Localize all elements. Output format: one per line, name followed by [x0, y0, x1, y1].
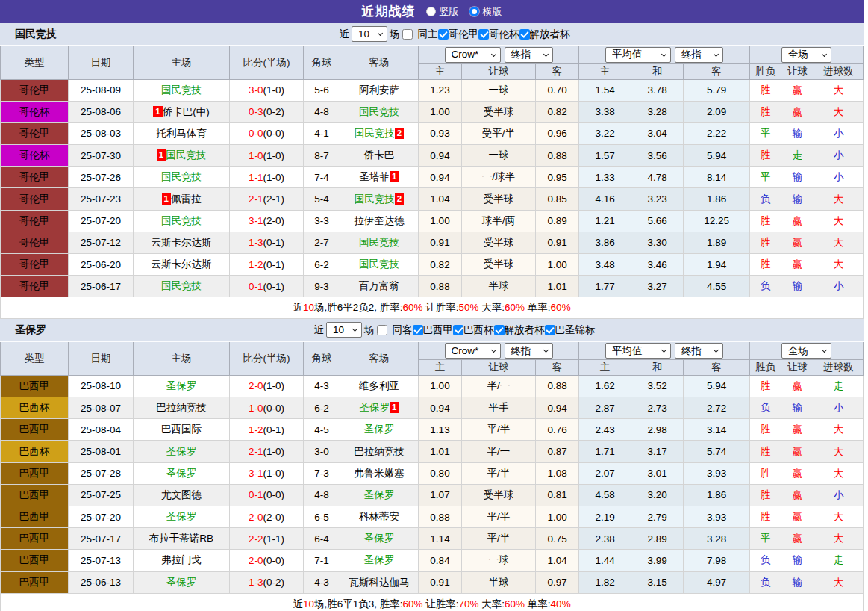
team-name[interactable]: 阿利安萨	[359, 84, 399, 96]
home-team-cell[interactable]: 尤文图德	[134, 484, 230, 506]
away-team-cell[interactable]: 圣保罗	[340, 550, 419, 571]
team-name[interactable]: 国民竞技	[161, 280, 202, 291]
recent-count-select[interactable]: 10	[352, 26, 387, 42]
team-name[interactable]: 科林蒂安	[359, 511, 399, 522]
same-venue-checkbox-item[interactable]: 同主	[402, 28, 438, 41]
team-name[interactable]: 圣保罗	[166, 577, 197, 588]
away-team-cell[interactable]: 国民竞技2	[340, 122, 419, 144]
team-name[interactable]: 佩雷拉	[171, 193, 202, 205]
away-team-cell[interactable]: 瓦斯科达伽马	[340, 571, 419, 593]
home-team-cell[interactable]: 巴拉纳竞技	[134, 397, 230, 419]
away-team-cell[interactable]: 圣保罗	[340, 528, 419, 550]
same-venue-checkbox[interactable]	[402, 29, 413, 40]
home-team-cell[interactable]: 圣保罗	[134, 375, 230, 397]
team-name[interactable]: 弗鲁米嫩塞	[354, 468, 405, 479]
team-name[interactable]: 圣保罗	[364, 489, 395, 500]
same-venue-checkbox[interactable]	[377, 325, 387, 335]
radio-horizontal-icon[interactable]	[469, 7, 479, 16]
team-name[interactable]: 国民竞技	[161, 84, 202, 96]
team-name[interactable]: 圣保罗	[364, 424, 395, 435]
away-team-cell[interactable]: 圣保罗	[340, 484, 419, 506]
layout-radio-horizontal[interactable]: 横版	[469, 5, 502, 19]
league-checkbox-item[interactable]: 巴圣锦标	[545, 323, 596, 337]
away-team-cell[interactable]: 国民竞技	[340, 101, 419, 122]
home-team-cell[interactable]: 托利马体育	[134, 122, 230, 144]
team-name[interactable]: 国民竞技	[359, 237, 399, 248]
layout-radio-vertical[interactable]: 竖版	[426, 5, 459, 19]
away-team-cell[interactable]: 拉伊奎达德	[340, 210, 419, 232]
home-team-cell[interactable]: 国民竞技	[134, 276, 230, 297]
home-team-cell[interactable]: 云斯卡尔达斯	[134, 232, 230, 253]
home-team-cell[interactable]: 1侨卡巴(中)	[134, 101, 230, 122]
league-checkbox[interactable]	[519, 29, 530, 40]
home-team-cell[interactable]: 云斯卡尔达斯	[134, 254, 230, 276]
team-name[interactable]: 巴拉纳竞技	[156, 402, 207, 413]
team-name[interactable]: 百万富翁	[359, 280, 399, 291]
odds-company-select[interactable]: Crow*	[445, 47, 501, 63]
league-checkbox[interactable]	[494, 325, 505, 335]
home-team-cell[interactable]: 国民竞技	[134, 167, 230, 188]
team-name[interactable]: 圣保罗	[364, 554, 395, 565]
team-name[interactable]: 圣保罗	[166, 468, 197, 479]
away-team-cell[interactable]: 科林蒂安	[340, 506, 419, 528]
league-checkbox-item[interactable]: 巴西甲	[413, 323, 454, 337]
home-team-cell[interactable]: 国民竞技	[134, 79, 230, 101]
scope-select[interactable]: 全场	[781, 47, 831, 63]
home-team-cell[interactable]: 巴西国际	[134, 419, 230, 441]
team-name[interactable]: 圣保罗	[364, 533, 395, 544]
league-checkbox[interactable]	[478, 29, 489, 40]
home-team-cell[interactable]: 国民竞技	[134, 210, 230, 232]
team-name[interactable]: 国民竞技	[355, 193, 395, 205]
league-checkbox-item[interactable]: 哥伦甲	[438, 28, 479, 41]
away-team-cell[interactable]: 阿利安萨	[340, 79, 419, 101]
scope-select[interactable]: 全场	[781, 343, 831, 359]
league-checkbox[interactable]	[545, 325, 555, 335]
odds-company-select[interactable]: Crow*	[445, 343, 501, 359]
team-name[interactable]: 云斯卡尔达斯	[152, 237, 212, 248]
radio-vertical-icon[interactable]	[426, 7, 436, 16]
average-stage-select[interactable]: 终指	[675, 343, 723, 359]
away-team-cell[interactable]: 圣塔菲1	[340, 167, 419, 188]
team-name[interactable]: 布拉干蒂诺RB	[149, 533, 213, 544]
same-venue-checkbox-item[interactable]: 同客	[377, 323, 413, 337]
team-name[interactable]: 巴西国际	[161, 424, 202, 435]
team-name[interactable]: 国民竞技	[359, 106, 399, 117]
away-team-cell[interactable]: 圣保罗1	[340, 397, 419, 419]
team-name[interactable]: 尤文图德	[161, 489, 202, 500]
average-select[interactable]: 平均值	[605, 343, 671, 359]
team-name[interactable]: 拉伊奎达德	[354, 215, 405, 226]
home-team-cell[interactable]: 布拉干蒂诺RB	[134, 528, 230, 550]
league-checkbox-item[interactable]: 哥伦杯	[478, 28, 519, 41]
home-team-cell[interactable]: 1国民竞技	[134, 145, 230, 167]
league-checkbox-item[interactable]: 巴西杯	[453, 323, 494, 337]
average-select[interactable]: 平均值	[605, 47, 671, 63]
home-team-cell[interactable]: 圣保罗	[134, 441, 230, 462]
away-team-cell[interactable]: 百万富翁	[340, 276, 419, 297]
team-name[interactable]: 侨卡巴(中)	[163, 106, 210, 117]
home-team-cell[interactable]: 圣保罗	[134, 571, 230, 593]
team-name[interactable]: 国民竞技	[355, 128, 395, 139]
away-team-cell[interactable]: 国民竞技	[340, 254, 419, 276]
team-name[interactable]: 国民竞技	[359, 258, 399, 270]
team-name[interactable]: 瓦斯科达伽马	[349, 577, 410, 588]
league-checkbox[interactable]	[438, 29, 449, 40]
league-checkbox-item[interactable]: 解放者杯	[519, 28, 570, 41]
team-name[interactable]: 侨卡巴	[364, 149, 395, 161]
team-name[interactable]: 国民竞技	[161, 171, 202, 182]
home-team-cell[interactable]: 弗拉门戈	[134, 550, 230, 571]
away-team-cell[interactable]: 巴拉纳竞技	[340, 441, 419, 462]
team-name[interactable]: 弗拉门戈	[161, 554, 202, 565]
team-name[interactable]: 圣保罗	[166, 380, 197, 391]
team-name[interactable]: 托利马体育	[156, 128, 207, 139]
average-stage-select[interactable]: 终指	[675, 47, 723, 63]
team-name[interactable]: 圣保罗	[166, 511, 197, 522]
home-team-cell[interactable]: 圣保罗	[134, 506, 230, 528]
away-team-cell[interactable]: 侨卡巴	[340, 145, 419, 167]
away-team-cell[interactable]: 国民竞技2	[340, 188, 419, 210]
away-team-cell[interactable]: 弗鲁米嫩塞	[340, 462, 419, 484]
away-team-cell[interactable]: 圣保罗	[340, 419, 419, 441]
team-name[interactable]: 云斯卡尔达斯	[152, 258, 212, 270]
away-team-cell[interactable]: 维多利亚	[340, 375, 419, 397]
home-team-cell[interactable]: 圣保罗	[134, 462, 230, 484]
team-name[interactable]: 国民竞技	[161, 215, 202, 226]
